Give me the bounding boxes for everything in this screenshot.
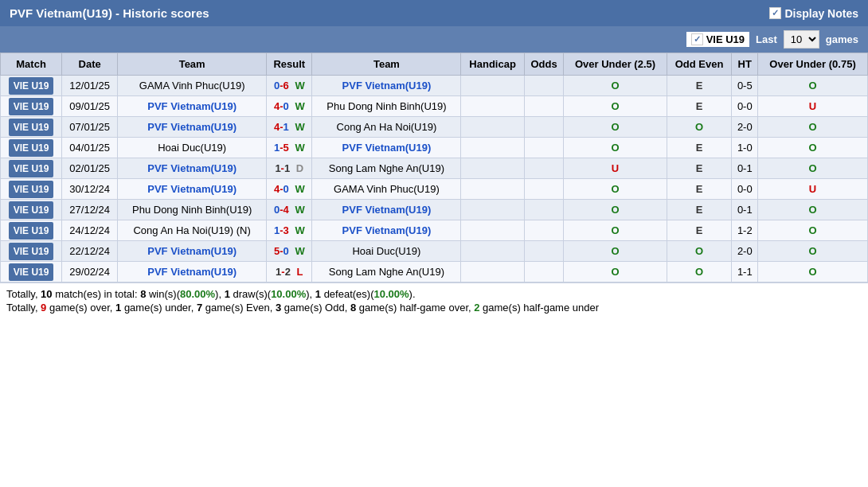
over-under-cell: O [564,200,667,220]
display-notes-label: Display Notes [784,7,858,20]
odds-cell [524,262,564,282]
col-odds: Odds [524,53,564,76]
ht-cell: 2-0 [732,117,758,138]
ou-075-cell: O [758,76,868,96]
odd-even-cell: O [667,241,732,262]
date-cell: 27/12/24 [62,200,118,220]
date-cell: 24/12/24 [62,220,118,241]
team1-cell: PVF Vietnam(U19) [118,96,267,117]
match-cell: VIE U19 [1,220,62,241]
ht-cell: 0-0 [732,179,758,200]
odd-even-cell: E [667,96,732,117]
match-cell: VIE U19 [1,158,62,179]
odd-even-cell: E [667,179,732,200]
vie-checkbox[interactable]: ✓ [691,33,703,45]
handicap-cell [461,117,524,138]
team2-cell: Cong An Ha Noi(U19) [312,117,461,138]
col-team2: Team [312,53,461,76]
odd-even-cell: E [667,76,732,96]
match-cell: VIE U19 [1,76,62,96]
team1-cell: PVF Vietnam(U19) [118,117,267,138]
over-under-cell: O [564,76,667,96]
vie-badge: VIE U19 [9,243,54,260]
over-under-cell: O [564,138,667,158]
result-cell: 4-0 W [267,96,312,117]
last-label: Last [756,33,777,45]
col-odd-even: Odd Even [667,53,732,76]
handicap-cell [461,262,524,282]
match-cell: VIE U19 [1,241,62,262]
result-cell: 1-1 D [267,158,312,179]
team2-cell: Song Lam Nghe An(U19) [312,262,461,282]
table-header-row: Match Date Team Result Team Handicap Odd… [1,53,868,76]
vie-badge: VIE U19 [9,119,54,136]
team2-cell: Phu Dong Ninh Binh(U19) [312,96,461,117]
col-result: Result [267,53,312,76]
team1-cell: Hoai Duc(U19) [118,138,267,158]
date-cell: 07/01/25 [62,117,118,138]
display-notes-container: ✓ Display Notes [769,7,858,20]
result-cell: 4-0 W [267,179,312,200]
result-cell: 1-5 W [267,138,312,158]
ou-075-cell: O [758,138,868,158]
col-over-under: Over Under (2.5) [564,53,667,76]
ht-cell: 0-1 [732,200,758,220]
result-cell: 0-4 W [267,200,312,220]
ou-075-cell: O [758,220,868,241]
display-notes-checkbox[interactable]: ✓ [769,7,781,19]
odds-cell [524,117,564,138]
over-under-cell: O [564,179,667,200]
ou-075-cell: U [758,96,868,117]
odds-cell [524,220,564,241]
match-cell: VIE U19 [1,96,62,117]
vie-badge: VIE U19 [9,201,54,219]
table-row: VIE U19 22/12/24 PVF Vietnam(U19) 5-0 W … [1,241,868,262]
match-cell: VIE U19 [1,179,62,200]
footer: Totally, 10 match(es) in total: 8 win(s)… [0,282,868,320]
ou-075-cell: O [758,241,868,262]
ht-cell: 1-2 [732,220,758,241]
result-cell: 0-6 W [267,76,312,96]
scores-table: Match Date Team Result Team Handicap Odd… [0,53,868,282]
header-title: PVF Vietnam(U19) - Historic scores [10,6,209,20]
date-cell: 02/01/25 [62,158,118,179]
col-date: Date [62,53,118,76]
vie-badge: VIE U19 [9,160,54,177]
odds-cell [524,179,564,200]
match-cell: VIE U19 [1,262,62,282]
result-cell: 5-0 W [267,241,312,262]
odds-cell [524,96,564,117]
over-under-cell: O [564,220,667,241]
odd-even-cell: E [667,158,732,179]
ou-075-cell: U [758,179,868,200]
odd-even-cell: E [667,220,732,241]
ht-cell: 0-1 [732,158,758,179]
result-cell: 1-3 W [267,220,312,241]
date-cell: 09/01/25 [62,96,118,117]
table-row: VIE U19 29/02/24 PVF Vietnam(U19) 1-2 L … [1,262,868,282]
table-row: VIE U19 02/01/25 PVF Vietnam(U19) 1-1 D … [1,158,868,179]
team2-cell: PVF Vietnam(U19) [312,200,461,220]
vie-label: VIE U19 [706,33,745,45]
games-select[interactable]: 10 5 15 20 [784,30,819,49]
handicap-cell [461,138,524,158]
header: PVF Vietnam(U19) - Historic scores ✓ Dis… [0,0,868,26]
team1-cell: PVF Vietnam(U19) [118,179,267,200]
team1-cell: PVF Vietnam(U19) [118,241,267,262]
table-row: VIE U19 30/12/24 PVF Vietnam(U19) 4-0 W … [1,179,868,200]
team2-cell: Song Lam Nghe An(U19) [312,158,461,179]
date-cell: 22/12/24 [62,241,118,262]
team1-cell: Phu Dong Ninh Binh(U19) [118,200,267,220]
handicap-cell [461,220,524,241]
result-cell: 4-1 W [267,117,312,138]
handicap-cell [461,200,524,220]
date-cell: 30/12/24 [62,179,118,200]
match-cell: VIE U19 [1,200,62,220]
match-cell: VIE U19 [1,138,62,158]
team2-cell: Hoai Duc(U19) [312,241,461,262]
date-cell: 12/01/25 [62,76,118,96]
odds-cell [524,200,564,220]
odd-even-cell: O [667,117,732,138]
ht-cell: 1-0 [732,138,758,158]
ou-075-cell: O [758,158,868,179]
